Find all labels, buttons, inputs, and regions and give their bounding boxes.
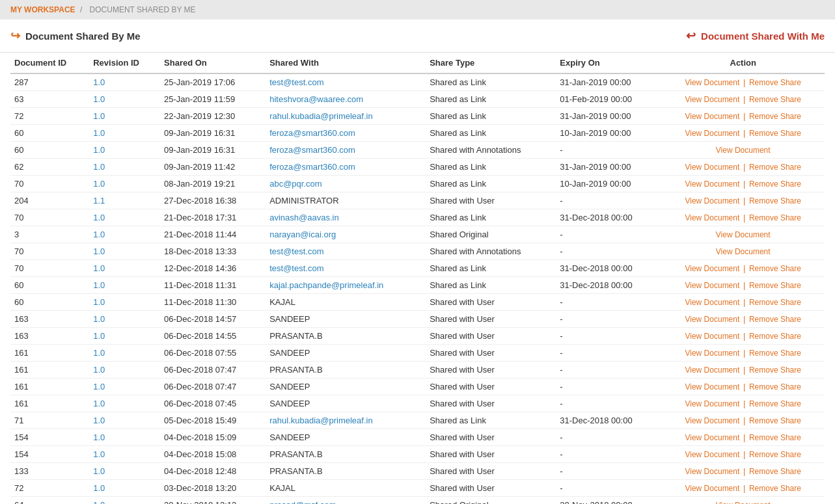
- view-document-link[interactable]: View Document: [685, 349, 739, 358]
- remove-share-link[interactable]: Remove Share: [749, 196, 801, 206]
- shared-with-link[interactable]: feroza@smart360.com: [269, 128, 355, 138]
- shared-with-link[interactable]: test@test.com: [269, 77, 323, 87]
- view-document-link[interactable]: View Document: [685, 450, 739, 459]
- cell-shared-with[interactable]: rahul.kubadia@primeleaf.in: [266, 412, 426, 429]
- cell-rev-id[interactable]: 1.0: [89, 311, 160, 328]
- view-document-link[interactable]: View Document: [685, 196, 739, 206]
- cell-shared-with[interactable]: abc@pqr.com: [266, 176, 426, 192]
- shared-with-link[interactable]: test@test.com: [269, 263, 323, 273]
- cell-action[interactable]: View Document | Remove Share: [661, 209, 825, 226]
- cell-action[interactable]: View Document: [661, 497, 825, 505]
- cell-action[interactable]: View Document | Remove Share: [661, 73, 825, 91]
- cell-action[interactable]: View Document: [661, 243, 825, 260]
- cell-action[interactable]: View Document | Remove Share: [661, 91, 825, 108]
- revision-link[interactable]: 1.0: [93, 449, 105, 459]
- view-document-link[interactable]: View Document: [685, 399, 739, 408]
- revision-link[interactable]: 1.0: [93, 399, 105, 408]
- shared-with-link[interactable]: test@test.com: [269, 246, 323, 256]
- shared-with-link[interactable]: rahul.kubadia@primeleaf.in: [269, 111, 372, 121]
- cell-action[interactable]: View Document | Remove Share: [661, 429, 825, 446]
- remove-share-link[interactable]: Remove Share: [749, 349, 801, 358]
- remove-share-link[interactable]: Remove Share: [749, 281, 801, 290]
- view-document-link[interactable]: View Document: [685, 95, 739, 104]
- view-document-link[interactable]: View Document: [685, 365, 739, 375]
- shared-with-link[interactable]: avinash@aavas.in: [269, 213, 338, 222]
- cell-rev-id[interactable]: 1.0: [89, 73, 160, 91]
- view-document-link[interactable]: View Document: [685, 484, 739, 493]
- revision-link[interactable]: 1.0: [93, 162, 105, 172]
- revision-link[interactable]: 1.0: [93, 213, 105, 222]
- remove-share-link[interactable]: Remove Share: [749, 484, 801, 493]
- cell-rev-id[interactable]: 1.0: [89, 108, 160, 125]
- cell-rev-id[interactable]: 1.0: [89, 277, 160, 294]
- cell-action[interactable]: View Document | Remove Share: [661, 362, 825, 378]
- remove-share-link[interactable]: Remove Share: [749, 129, 801, 138]
- view-document-link[interactable]: View Document: [685, 298, 739, 307]
- cell-action[interactable]: View Document | Remove Share: [661, 159, 825, 176]
- remove-share-link[interactable]: Remove Share: [749, 416, 801, 425]
- remove-share-link[interactable]: Remove Share: [749, 163, 801, 172]
- revision-link[interactable]: 1.0: [93, 432, 105, 442]
- cell-rev-id[interactable]: 1.0: [89, 142, 160, 159]
- revision-link[interactable]: 1.0: [93, 365, 105, 375]
- cell-rev-id[interactable]: 1.0: [89, 159, 160, 176]
- cell-rev-id[interactable]: 1.0: [89, 243, 160, 260]
- cell-action[interactable]: View Document | Remove Share: [661, 463, 825, 480]
- cell-rev-id[interactable]: 1.0: [89, 446, 160, 463]
- cell-action[interactable]: View Document | Remove Share: [661, 480, 825, 497]
- view-document-link[interactable]: View Document: [685, 112, 739, 121]
- view-document-link[interactable]: View Document: [716, 146, 771, 155]
- cell-action[interactable]: View Document | Remove Share: [661, 446, 825, 463]
- remove-share-link[interactable]: Remove Share: [749, 298, 801, 307]
- cell-rev-id[interactable]: 1.0: [89, 226, 160, 243]
- cell-rev-id[interactable]: 1.0: [89, 378, 160, 395]
- shared-with-link[interactable]: feroza@smart360.com: [269, 145, 355, 155]
- cell-rev-id[interactable]: 1.0: [89, 328, 160, 345]
- cell-rev-id[interactable]: 1.0: [89, 209, 160, 226]
- revision-link[interactable]: 1.0: [93, 246, 105, 256]
- cell-shared-with[interactable]: test@test.com: [266, 243, 426, 260]
- cell-action[interactable]: View Document | Remove Share: [661, 108, 825, 125]
- revision-link[interactable]: 1.0: [93, 263, 105, 273]
- remove-share-link[interactable]: Remove Share: [749, 179, 801, 189]
- remove-share-link[interactable]: Remove Share: [749, 382, 801, 391]
- cell-action[interactable]: View Document | Remove Share: [661, 311, 825, 328]
- view-document-link[interactable]: View Document: [685, 281, 739, 290]
- revision-link[interactable]: 1.0: [93, 94, 105, 104]
- revision-link[interactable]: 1.0: [93, 111, 105, 121]
- cell-rev-id[interactable]: 1.0: [89, 395, 160, 412]
- cell-action[interactable]: View Document | Remove Share: [661, 345, 825, 362]
- remove-share-link[interactable]: Remove Share: [749, 467, 801, 476]
- cell-action[interactable]: View Document | Remove Share: [661, 378, 825, 395]
- view-document-link[interactable]: View Document: [685, 315, 739, 324]
- cell-rev-id[interactable]: 1.0: [89, 480, 160, 497]
- revision-link[interactable]: 1.0: [93, 331, 105, 341]
- view-document-link[interactable]: View Document: [685, 179, 739, 189]
- revision-link[interactable]: 1.0: [93, 382, 105, 391]
- remove-share-link[interactable]: Remove Share: [749, 264, 801, 273]
- cell-shared-with[interactable]: feroza@smart360.com: [266, 125, 426, 142]
- cell-action[interactable]: View Document | Remove Share: [661, 412, 825, 429]
- revision-link[interactable]: 1.0: [93, 145, 105, 155]
- shared-with-link[interactable]: kajal.pachpande@primeleaf.in: [269, 280, 383, 290]
- cell-rev-id[interactable]: 1.1: [89, 192, 160, 209]
- cell-shared-with[interactable]: test@test.com: [266, 260, 426, 277]
- cell-rev-id[interactable]: 1.0: [89, 345, 160, 362]
- breadcrumb-workspace[interactable]: MY WORKSPACE: [10, 5, 75, 14]
- shared-with-link[interactable]: abc@pqr.com: [269, 179, 322, 189]
- cell-shared-with[interactable]: narayan@icai.org: [266, 226, 426, 243]
- cell-shared-with[interactable]: avinash@aavas.in: [266, 209, 426, 226]
- cell-rev-id[interactable]: 1.0: [89, 429, 160, 446]
- remove-share-link[interactable]: Remove Share: [749, 365, 801, 375]
- shared-with-me-header[interactable]: ↩ Document Shared With Me: [686, 29, 825, 43]
- remove-share-link[interactable]: Remove Share: [749, 112, 801, 121]
- view-document-link[interactable]: View Document: [685, 467, 739, 476]
- cell-rev-id[interactable]: 1.0: [89, 125, 160, 142]
- view-document-link[interactable]: View Document: [685, 78, 739, 87]
- cell-action[interactable]: View Document: [661, 142, 825, 159]
- cell-rev-id[interactable]: 1.0: [89, 260, 160, 277]
- view-document-link[interactable]: View Document: [685, 416, 739, 425]
- cell-action[interactable]: View Document: [661, 226, 825, 243]
- cell-shared-with[interactable]: rahul.kubadia@primeleaf.in: [266, 108, 426, 125]
- cell-action[interactable]: View Document | Remove Share: [661, 176, 825, 192]
